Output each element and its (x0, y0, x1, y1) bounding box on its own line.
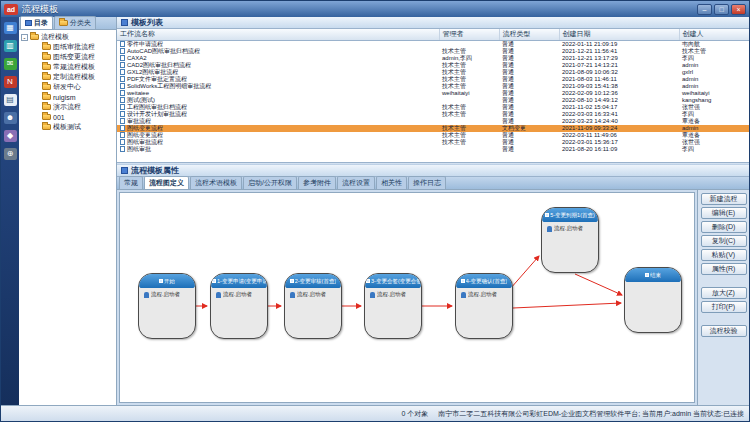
tab-flow-definition[interactable]: 流程图定义 (144, 176, 189, 189)
column-header[interactable]: 工作流名称 (117, 29, 439, 40)
expand-toggle-icon[interactable]: - (21, 34, 28, 41)
workflow-doc-icon (120, 111, 125, 117)
table-row[interactable]: AutoCAD图纸审批归档流程 技术主管 普通 2021-12-21 11:56… (117, 48, 749, 55)
folder-icon (42, 54, 51, 60)
flow-node-change-review[interactable]: 2-变更审核(首查) 流程.启动者 (284, 273, 342, 339)
tree-item-001[interactable]: 001 (21, 112, 114, 122)
users-icon[interactable]: ☻ (4, 112, 17, 124)
status-info: 南宁市二零二五科技有限公司彩虹EDM-企业图文档管理软件平台; 当前用户:adm… (438, 409, 744, 419)
tree-item-common-template[interactable]: 常规流程模板 (21, 62, 114, 72)
properties-button[interactable]: 属性(R) (701, 263, 747, 275)
maximize-button[interactable]: □ (714, 4, 729, 15)
tree-item-template-test[interactable]: 模板测试 (21, 122, 114, 132)
table-row[interactable]: 测试(测试) 普通 2022-08-10 14:49:12 kangshang (117, 97, 749, 104)
expand-toggle-icon[interactable] (33, 74, 40, 81)
table-row[interactable]: GXL2图纸审批流程 技术主管 普通 2021-08-09 10:06:32 g… (117, 69, 749, 76)
expand-toggle-icon[interactable] (33, 114, 40, 121)
table-row[interactable]: 零件申请流程 普通 2022-01-11 21:09:19 韦向航 (117, 40, 749, 48)
table-row[interactable]: 图纸变更流程 技术主管 文档变更 2021-11-09 09:33:24 adm… (117, 125, 749, 132)
flow-node-change-due[interactable]: 5-变更到期1(首查) 流程.启动者 (541, 207, 599, 273)
print-button[interactable]: 打印(P) (701, 301, 747, 313)
tab-term-template[interactable]: 流程术语模板 (190, 176, 242, 189)
table-row[interactable]: 图纸审批流程 技术主管 普通 2022-03-01 15:36:17 张世强 (117, 139, 749, 146)
table-row[interactable]: 工程图纸审批归档流程 技术主管 普通 2021-11-02 15:04:17 张… (117, 104, 749, 111)
workflow-doc-icon (120, 104, 125, 110)
table-row[interactable]: weitaiee weihaitaiyi 普通 2022-02-09 10:12… (117, 90, 749, 97)
tab-operation-log[interactable]: 操作日志 (408, 176, 446, 189)
zoom-button[interactable]: 放大(Z) (701, 287, 747, 299)
expand-toggle-icon[interactable] (33, 84, 40, 91)
workflow-manager (439, 118, 499, 125)
flow-diagram-canvas: 开始 流程.启动者 1-变更申请(变更申请) (119, 192, 695, 403)
modules-icon[interactable]: ▦ (4, 22, 17, 34)
flow-node-change-confirm[interactable]: 4-变更确认(首查) 流程.启动者 (455, 273, 513, 339)
workflow-creator: admin (679, 62, 749, 69)
workflow-manager: admin,李四 (439, 55, 499, 62)
tab-general[interactable]: 常规 (119, 176, 143, 189)
expand-toggle-icon[interactable] (33, 44, 40, 51)
flow-node-change-request[interactable]: 1-变更申请(变更申请) 流程.启动者 (210, 273, 268, 339)
mail-icon[interactable]: ✉ (4, 58, 17, 70)
workflow-creator: admin (679, 125, 749, 132)
table-row[interactable]: 图纸审批 普通 2021-08-20 16:11:09 李四 (117, 146, 749, 153)
workflow-date: 2021-08-03 11:46:11 (559, 76, 679, 83)
table-row[interactable]: SolidWorks工程图明细审批流程 技术主管 普通 2021-09-03 1… (117, 83, 749, 90)
tree-item-ruigism[interactable]: ruigism (21, 92, 114, 102)
tab-flow-settings[interactable]: 流程设置 (337, 176, 375, 189)
expand-toggle-icon[interactable] (33, 104, 40, 111)
table-row[interactable]: 图纸变更流程 技术主管 普通 2022-03-11 11:49:06 覃道备 (117, 132, 749, 139)
chart-icon[interactable]: ▥ (4, 40, 17, 52)
column-header[interactable]: 创建日期 (559, 29, 679, 40)
table-row[interactable]: CAXA2 admin,李四 普通 2021-12-21 13:17:29 李四 (117, 55, 749, 62)
delete-button[interactable]: 删除(D) (701, 221, 747, 233)
workflow-creator: 李四 (679, 55, 749, 62)
flow-node-start[interactable]: 开始 流程.启动者 (138, 273, 196, 339)
tab-category-label: 分类夹 (70, 18, 91, 28)
edit-button[interactable]: 编辑(E) (701, 207, 747, 219)
tab-ref-attachment[interactable]: 参考附件 (298, 176, 336, 189)
expand-toggle-icon[interactable] (33, 94, 40, 101)
minimize-button[interactable]: – (697, 4, 712, 15)
table-row[interactable]: 审批流程 普通 2022-03-23 14:24:40 覃道备 (117, 118, 749, 125)
tab-catalog[interactable]: 目录 (20, 16, 53, 29)
copy-button[interactable]: 复制(C) (701, 235, 747, 247)
tab-category-folder[interactable]: 分类夹 (54, 16, 96, 29)
expand-toggle-icon[interactable] (33, 124, 40, 131)
validate-flow-button[interactable]: 流程校验 (701, 325, 747, 337)
news-icon[interactable]: N (4, 76, 17, 88)
tree-item-rd-center[interactable]: 研发中心 (21, 82, 114, 92)
column-header[interactable]: 管理者 (439, 29, 499, 40)
table-row[interactable]: CAD2图纸审批归档流程 技术主管 普通 2021-07-21 14:13:21… (117, 62, 749, 69)
flow-node-end[interactable]: 结束 (624, 267, 682, 333)
tree-item-demo-flow[interactable]: 演示流程 (21, 102, 114, 112)
tree-item-custom-template[interactable]: 定制流程模板 (21, 72, 114, 82)
workflow-name: CAD2图纸审批归档流程 (127, 62, 191, 69)
column-header[interactable]: 流程类型 (499, 29, 559, 40)
expand-toggle-icon[interactable] (33, 54, 40, 61)
workflow-type: 普通 (499, 69, 559, 76)
close-button[interactable]: × (731, 4, 746, 15)
workflow-manager: 技术主管 (439, 76, 499, 83)
table-row[interactable]: PDF文件审批定置流程 技术主管 普通 2021-08-03 11:46:11 … (117, 76, 749, 83)
table-row[interactable]: 设计开发计划审批流程 技术主管 普通 2022-03-03 16:33:41 李… (117, 111, 749, 118)
tree-item-label: 定制流程模板 (53, 72, 95, 82)
favorites-icon[interactable]: ◆ (4, 130, 17, 142)
tree-item-label: 图纸审批流程 (53, 42, 95, 52)
settings-icon[interactable]: ⊕ (4, 148, 17, 160)
flow-node-change-countersign[interactable]: 3-变更会签(变更会签) 流程.启动者 (364, 273, 422, 339)
document-icon[interactable]: ▤ (4, 94, 17, 106)
column-header[interactable]: 创建人 (679, 29, 749, 40)
tab-relevance[interactable]: 相关性 (376, 176, 407, 189)
expand-toggle-icon[interactable] (33, 64, 40, 71)
tree-item-drawing-approval[interactable]: 图纸审批流程 (21, 42, 114, 52)
workflow-type: 普通 (499, 48, 559, 55)
workflow-type: 普通 (499, 90, 559, 97)
tab-start-permission[interactable]: 启动/公开权限 (243, 176, 297, 189)
new-flow-button[interactable]: 新建流程 (701, 193, 747, 205)
tree-item-process-templates[interactable]: - 流程模板 (21, 32, 114, 42)
actor-icon (290, 292, 295, 298)
workflow-manager: 技术主管 (439, 132, 499, 139)
tree-item-drawing-change[interactable]: 图纸变更流程 (21, 52, 114, 62)
workflow-name: 审批流程 (127, 118, 151, 125)
paste-button[interactable]: 粘贴(V) (701, 249, 747, 261)
